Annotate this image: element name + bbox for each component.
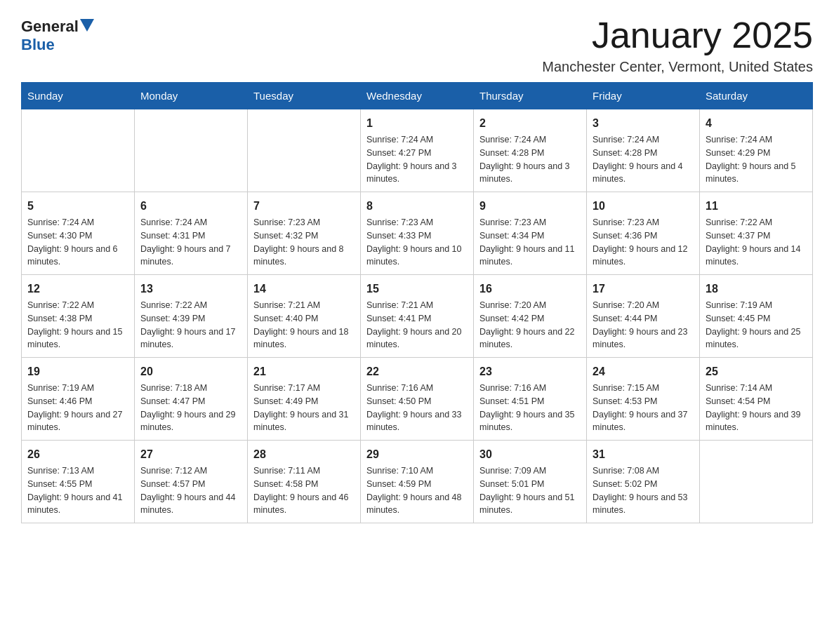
calendar-cell: 29Sunrise: 7:10 AMSunset: 4:59 PMDayligh… [361,441,474,523]
day-info: Sunrise: 7:23 AMSunset: 4:32 PMDaylight:… [253,216,355,269]
calendar-cell: 12Sunrise: 7:22 AMSunset: 4:38 PMDayligh… [22,275,135,358]
day-number: 27 [140,446,241,463]
day-number: 28 [253,446,355,463]
day-info: Sunrise: 7:16 AMSunset: 4:50 PMDaylight:… [366,382,468,434]
day-number: 12 [27,281,128,297]
calendar-cell: 13Sunrise: 7:22 AMSunset: 4:39 PMDayligh… [135,275,248,358]
calendar-cell: 15Sunrise: 7:21 AMSunset: 4:41 PMDayligh… [361,275,474,358]
calendar-cell [700,441,813,523]
day-number: 11 [706,198,807,215]
day-info: Sunrise: 7:21 AMSunset: 4:40 PMDaylight:… [253,299,355,351]
day-number: 13 [140,281,241,297]
calendar-cell: 30Sunrise: 7:09 AMSunset: 5:01 PMDayligh… [474,441,587,523]
calendar-cell: 18Sunrise: 7:19 AMSunset: 4:45 PMDayligh… [700,275,813,358]
day-number: 3 [593,115,694,132]
day-of-week-header: Monday [135,83,248,109]
day-number: 19 [27,363,128,380]
calendar-cell: 22Sunrise: 7:16 AMSunset: 4:50 PMDayligh… [361,358,474,441]
calendar-cell: 19Sunrise: 7:19 AMSunset: 4:46 PMDayligh… [22,358,135,441]
day-number: 25 [706,363,807,380]
logo-blue-text: Blue [21,36,55,54]
calendar-cell: 21Sunrise: 7:17 AMSunset: 4:49 PMDayligh… [248,358,361,441]
calendar-cell [22,109,135,192]
page-header: General Blue January 2025 Manchester Cen… [21,14,813,75]
calendar-cell: 5Sunrise: 7:24 AMSunset: 4:30 PMDaylight… [22,192,135,275]
calendar-cell: 23Sunrise: 7:16 AMSunset: 4:51 PMDayligh… [474,358,587,441]
day-info: Sunrise: 7:22 AMSunset: 4:37 PMDaylight:… [706,216,807,269]
day-info: Sunrise: 7:11 AMSunset: 4:58 PMDaylight:… [253,464,355,517]
day-info: Sunrise: 7:19 AMSunset: 4:46 PMDaylight:… [27,382,128,434]
day-number: 18 [706,281,807,297]
day-info: Sunrise: 7:21 AMSunset: 4:41 PMDaylight:… [366,299,468,351]
day-info: Sunrise: 7:24 AMSunset: 4:28 PMDaylight:… [479,133,581,186]
day-info: Sunrise: 7:16 AMSunset: 4:51 PMDaylight:… [479,382,581,434]
calendar-cell [248,109,361,192]
calendar-cell: 26Sunrise: 7:13 AMSunset: 4:55 PMDayligh… [22,441,135,523]
calendar-cell: 6Sunrise: 7:24 AMSunset: 4:31 PMDaylight… [135,192,248,275]
day-info: Sunrise: 7:09 AMSunset: 5:01 PMDaylight:… [479,464,581,517]
day-info: Sunrise: 7:20 AMSunset: 4:42 PMDaylight:… [479,299,581,351]
calendar-cell: 4Sunrise: 7:24 AMSunset: 4:29 PMDaylight… [700,109,813,192]
calendar-cell: 27Sunrise: 7:12 AMSunset: 4:57 PMDayligh… [135,441,248,523]
day-number: 16 [479,281,581,297]
logo-general-text: General [21,18,79,36]
day-number: 20 [140,363,241,380]
calendar-cell: 14Sunrise: 7:21 AMSunset: 4:40 PMDayligh… [248,275,361,358]
calendar-week-row: 19Sunrise: 7:19 AMSunset: 4:46 PMDayligh… [22,358,813,441]
calendar-cell: 25Sunrise: 7:14 AMSunset: 4:54 PMDayligh… [700,358,813,441]
title-block: January 2025 Manchester Center, Vermont,… [542,14,813,75]
day-info: Sunrise: 7:19 AMSunset: 4:45 PMDaylight:… [706,299,807,351]
day-number: 29 [366,446,468,463]
calendar-cell: 7Sunrise: 7:23 AMSunset: 4:32 PMDaylight… [248,192,361,275]
day-number: 4 [706,115,807,132]
calendar-week-row: 1Sunrise: 7:24 AMSunset: 4:27 PMDaylight… [22,109,813,192]
day-info: Sunrise: 7:12 AMSunset: 4:57 PMDaylight:… [140,464,241,517]
day-info: Sunrise: 7:14 AMSunset: 4:54 PMDaylight:… [706,382,807,434]
day-number: 22 [366,363,468,380]
day-of-week-header: Wednesday [361,83,474,109]
calendar-cell: 2Sunrise: 7:24 AMSunset: 4:28 PMDaylight… [474,109,587,192]
day-number: 8 [366,198,468,215]
day-info: Sunrise: 7:18 AMSunset: 4:47 PMDaylight:… [140,382,241,434]
day-of-week-header: Tuesday [248,83,361,109]
day-number: 24 [593,363,694,380]
day-number: 10 [593,198,694,215]
calendar-table: SundayMondayTuesdayWednesdayThursdayFrid… [21,82,813,523]
calendar-cell: 9Sunrise: 7:23 AMSunset: 4:34 PMDaylight… [474,192,587,275]
day-number: 2 [479,115,581,132]
location-title: Manchester Center, Vermont, United State… [542,59,813,75]
day-info: Sunrise: 7:24 AMSunset: 4:29 PMDaylight:… [706,133,807,186]
calendar-week-row: 12Sunrise: 7:22 AMSunset: 4:38 PMDayligh… [22,275,813,358]
day-info: Sunrise: 7:23 AMSunset: 4:34 PMDaylight:… [479,216,581,269]
day-of-week-header: Saturday [700,83,813,109]
calendar-cell: 17Sunrise: 7:20 AMSunset: 4:44 PMDayligh… [587,275,700,358]
day-number: 21 [253,363,355,380]
day-of-week-header: Friday [587,83,700,109]
month-title: January 2025 [542,14,813,56]
day-info: Sunrise: 7:15 AMSunset: 4:53 PMDaylight:… [593,382,694,434]
day-number: 1 [366,115,468,132]
day-of-week-header: Sunday [22,83,135,109]
logo: General Blue [21,14,94,54]
calendar-cell: 1Sunrise: 7:24 AMSunset: 4:27 PMDaylight… [361,109,474,192]
day-number: 9 [479,198,581,215]
calendar-cell: 31Sunrise: 7:08 AMSunset: 5:02 PMDayligh… [587,441,700,523]
day-number: 26 [27,446,128,463]
calendar-header-row: SundayMondayTuesdayWednesdayThursdayFrid… [22,83,813,109]
calendar-cell: 10Sunrise: 7:23 AMSunset: 4:36 PMDayligh… [587,192,700,275]
calendar-week-row: 5Sunrise: 7:24 AMSunset: 4:30 PMDaylight… [22,192,813,275]
calendar-cell: 3Sunrise: 7:24 AMSunset: 4:28 PMDaylight… [587,109,700,192]
calendar-cell: 20Sunrise: 7:18 AMSunset: 4:47 PMDayligh… [135,358,248,441]
calendar-cell: 28Sunrise: 7:11 AMSunset: 4:58 PMDayligh… [248,441,361,523]
day-info: Sunrise: 7:24 AMSunset: 4:27 PMDaylight:… [366,133,468,186]
logo-arrow-icon [80,19,94,32]
calendar-week-row: 26Sunrise: 7:13 AMSunset: 4:55 PMDayligh… [22,441,813,523]
day-number: 23 [479,363,581,380]
day-info: Sunrise: 7:17 AMSunset: 4:49 PMDaylight:… [253,382,355,434]
calendar-cell [135,109,248,192]
day-info: Sunrise: 7:10 AMSunset: 4:59 PMDaylight:… [366,464,468,517]
day-number: 14 [253,281,355,297]
day-info: Sunrise: 7:13 AMSunset: 4:55 PMDaylight:… [27,464,128,517]
day-number: 31 [593,446,694,463]
day-info: Sunrise: 7:23 AMSunset: 4:33 PMDaylight:… [366,216,468,269]
